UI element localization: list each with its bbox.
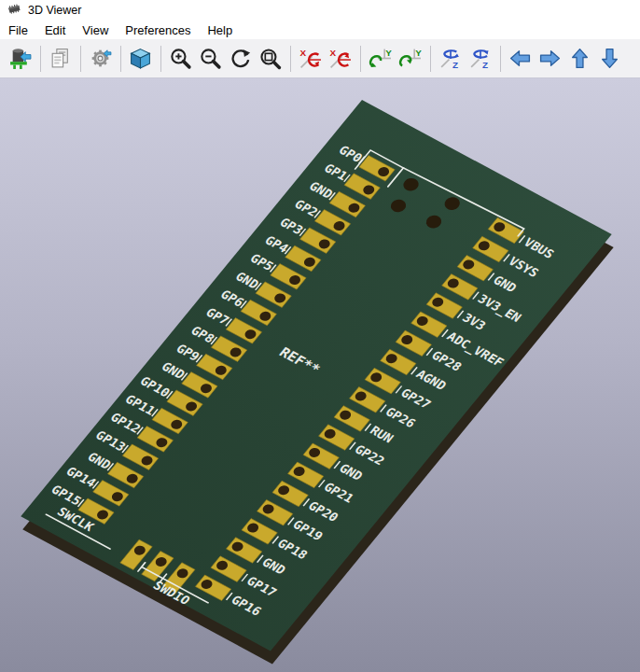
render-options-icon bbox=[89, 47, 112, 70]
pcb-3d-render[interactable]: GP0GP1GNDGP2GP3GP4GP5GNDGP6GP7GP8GP9GNDG… bbox=[0, 78, 640, 672]
redraw-icon bbox=[229, 47, 252, 70]
toolbar-separator bbox=[360, 46, 361, 72]
arrow-left-icon bbox=[508, 47, 532, 70]
arrow-down-icon bbox=[598, 47, 621, 70]
arrow-right-icon bbox=[538, 47, 562, 70]
rotate-x-counterclockwise-button[interactable]: X bbox=[326, 45, 354, 73]
arrow-up-icon bbox=[568, 47, 591, 70]
render-options-button[interactable] bbox=[86, 45, 114, 73]
viewport-3d[interactable]: GP0GP1GNDGP2GP3GP4GP5GNDGP6GP7GP8GP9GNDG… bbox=[0, 78, 640, 672]
rotate-z-ccw-icon: Z bbox=[468, 47, 492, 70]
pan-right-button[interactable] bbox=[536, 45, 563, 73]
menu-item-file[interactable]: File bbox=[0, 21, 36, 39]
menu-item-help[interactable]: Help bbox=[199, 21, 241, 39]
rotate-z-clockwise-button[interactable]: Z bbox=[436, 45, 464, 73]
window-title: 3D Viewer bbox=[28, 4, 81, 17]
3d-viewer-window: 3D Viewer FileEditViewPreferencesHelp XX… bbox=[0, 0, 640, 672]
rotate-z-cw-icon: Z bbox=[438, 47, 462, 70]
toolbar-separator bbox=[80, 46, 81, 72]
reload-board-icon bbox=[8, 47, 32, 70]
zoom-in-button[interactable] bbox=[166, 45, 194, 73]
rotate-x-ccw-icon: X bbox=[328, 47, 352, 70]
toolbar: XXYYZZ bbox=[0, 39, 640, 78]
toolbar-separator bbox=[120, 46, 121, 72]
svg-text:Z: Z bbox=[482, 60, 488, 70]
svg-text:Z: Z bbox=[452, 60, 458, 70]
svg-text:Y: Y bbox=[385, 48, 392, 58]
svg-text:Y: Y bbox=[415, 48, 422, 58]
rotate-y-counterclockwise-button[interactable]: Y bbox=[396, 45, 424, 73]
redraw-button[interactable] bbox=[226, 45, 254, 73]
projection-cube-button[interactable] bbox=[126, 45, 154, 73]
svg-text:X: X bbox=[299, 48, 306, 58]
zoom-fit-icon bbox=[258, 47, 282, 70]
menubar: FileEditViewPreferencesHelp bbox=[0, 21, 640, 39]
zoom-to-fit-button[interactable] bbox=[256, 45, 284, 73]
rotate-y-ccw-icon: Y bbox=[398, 47, 422, 70]
menu-item-view[interactable]: View bbox=[74, 21, 117, 39]
rotate-x-cw-icon: X bbox=[299, 47, 322, 70]
pan-up-button[interactable] bbox=[565, 45, 593, 73]
zoom-out-button[interactable] bbox=[196, 45, 224, 73]
toolbar-separator bbox=[430, 46, 431, 72]
titlebar: 3D Viewer bbox=[0, 0, 640, 21]
rotate-y-cw-icon: Y bbox=[369, 47, 392, 70]
zoom-out-icon bbox=[199, 47, 222, 70]
toolbar-separator bbox=[40, 46, 41, 72]
svg-text:X: X bbox=[329, 48, 336, 58]
rotate-x-clockwise-button[interactable]: X bbox=[296, 45, 324, 73]
rotate-y-clockwise-button[interactable]: Y bbox=[366, 45, 394, 73]
rotate-z-counterclockwise-button[interactable]: Z bbox=[466, 45, 494, 73]
reload-board-button[interactable] bbox=[6, 45, 34, 73]
pan-left-button[interactable] bbox=[506, 45, 534, 73]
toolbar-separator bbox=[160, 46, 161, 72]
zoom-in-icon bbox=[169, 47, 192, 70]
copy-image-icon bbox=[49, 47, 72, 70]
pan-down-button[interactable] bbox=[595, 45, 623, 73]
cube-icon bbox=[129, 47, 152, 70]
copy-image-button[interactable] bbox=[46, 45, 74, 73]
menu-item-edit[interactable]: Edit bbox=[36, 21, 74, 39]
app-chip-icon bbox=[7, 2, 22, 20]
toolbar-separator bbox=[290, 46, 291, 72]
menu-item-preferences[interactable]: Preferences bbox=[117, 21, 199, 39]
toolbar-separator bbox=[500, 46, 501, 72]
